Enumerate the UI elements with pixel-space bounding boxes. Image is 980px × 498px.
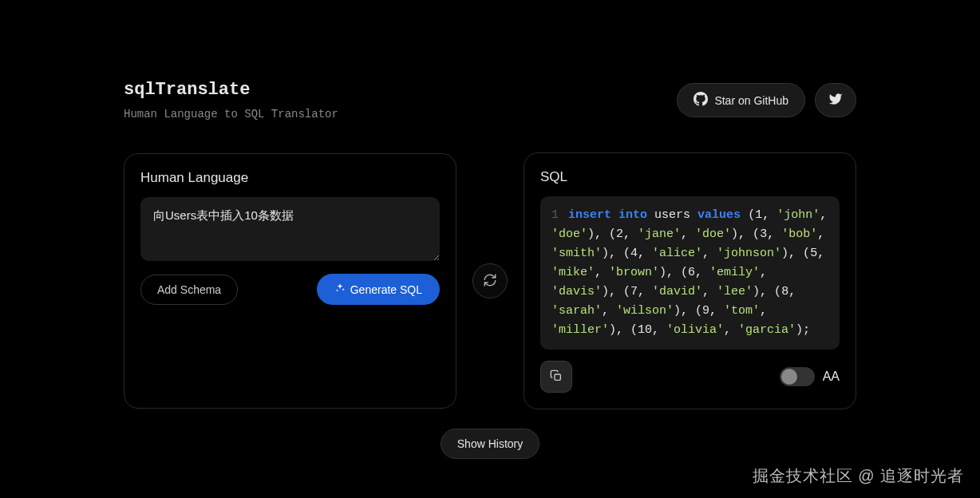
add-schema-button[interactable]: Add Schema xyxy=(140,275,238,305)
sparkle-icon xyxy=(334,283,346,296)
copy-button[interactable] xyxy=(540,361,572,393)
watermark: 掘金技术社区 @ 追逐时光者 xyxy=(753,465,964,487)
twitter-button[interactable] xyxy=(815,83,856,117)
twitter-icon xyxy=(828,92,843,109)
case-toggle[interactable] xyxy=(780,367,815,386)
sql-panel: SQL 1insert into users values (1, 'john'… xyxy=(524,152,856,409)
github-star-label: Star on GitHub xyxy=(714,94,788,107)
human-language-panel: Human Language Add Schema Generate SQL xyxy=(124,153,456,409)
generate-sql-label: Generate SQL xyxy=(350,283,422,296)
line-number: 1 xyxy=(551,208,559,222)
human-language-title: Human Language xyxy=(140,170,440,186)
generate-sql-button[interactable]: Generate SQL xyxy=(317,274,440,305)
github-icon xyxy=(694,92,708,109)
svg-rect-0 xyxy=(555,374,560,380)
app-subtitle: Human Language to SQL Translator xyxy=(124,108,338,121)
sql-title: SQL xyxy=(540,169,840,185)
swap-button[interactable] xyxy=(472,263,508,298)
copy-icon xyxy=(550,370,563,385)
show-history-button[interactable]: Show History xyxy=(441,429,539,459)
human-language-input[interactable] xyxy=(140,197,440,261)
swap-icon xyxy=(483,273,497,290)
case-label: AA xyxy=(823,370,840,384)
github-star-button[interactable]: Star on GitHub xyxy=(677,83,805,117)
sql-output: 1insert into users values (1, 'john', 'd… xyxy=(540,196,840,350)
app-title: sqlTranslate xyxy=(124,80,338,100)
